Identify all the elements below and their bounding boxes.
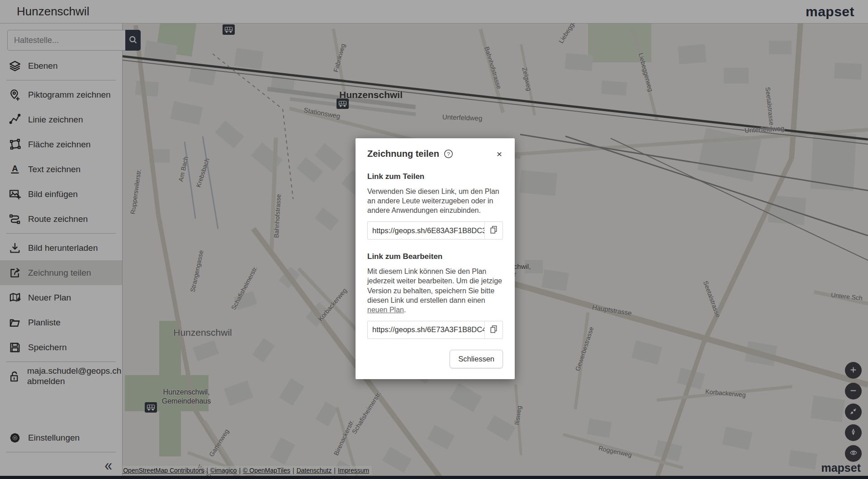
- help-icon: ?: [447, 151, 450, 157]
- share-dialog: Zeichnung teilen ? × Link zum Teilen Ver…: [356, 138, 515, 379]
- copy-icon: [489, 225, 498, 235]
- edit-link-url[interactable]: https://geops.sh/6E73A3F1B8DC4EB24: [368, 321, 484, 338]
- copy-share-link-button[interactable]: [484, 222, 503, 239]
- share-link-url[interactable]: https://geops.sh/6E83A3F1B8DC3B4F0: [368, 222, 484, 239]
- share-link-row: https://geops.sh/6E83A3F1B8DC3B4F0: [367, 221, 503, 240]
- edit-link-row: https://geops.sh/6E73A3F1B8DC4EB24: [367, 321, 503, 339]
- edit-link-description: Mit diesem Link können Sie den Plan jede…: [367, 267, 503, 315]
- new-plan-link[interactable]: neuen Plan: [367, 306, 404, 314]
- dialog-title: Zeichnung teilen: [367, 149, 439, 159]
- copy-icon: [489, 325, 498, 335]
- share-link-heading: Link zum Teilen: [367, 172, 503, 181]
- edit-link-heading: Link zum Bearbeiten: [367, 252, 503, 261]
- copy-edit-link-button[interactable]: [484, 321, 503, 338]
- close-icon[interactable]: ×: [496, 148, 503, 160]
- app-root: HunzenschwilStationswegFabrikwegBahnhofs…: [0, 0, 868, 479]
- share-link-description: Verwenden Sie diesen Link, um den Plan a…: [367, 187, 503, 215]
- close-dialog-button[interactable]: Schliessen: [450, 350, 503, 368]
- help-button[interactable]: ?: [444, 149, 453, 159]
